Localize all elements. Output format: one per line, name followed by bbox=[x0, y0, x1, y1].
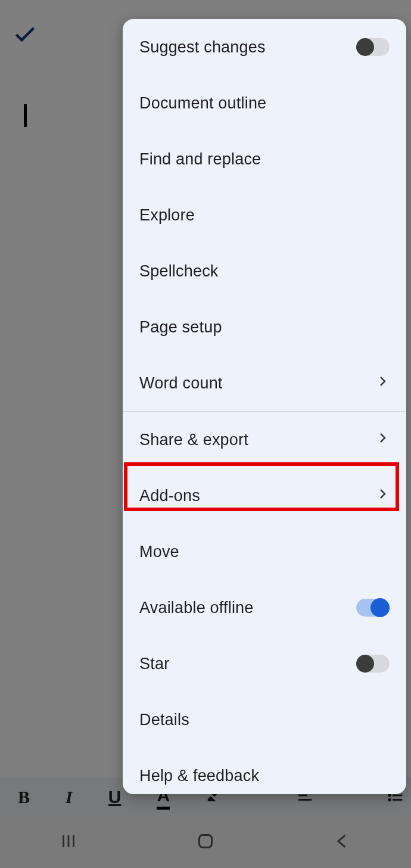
menu-item-available-offline[interactable]: Available offline bbox=[123, 580, 406, 636]
menu-item-label: Add-ons bbox=[139, 487, 200, 505]
menu-item-label: Find and replace bbox=[139, 150, 261, 169]
menu-item-document-outline[interactable]: Document outline bbox=[123, 75, 406, 131]
menu-item-suggest-changes[interactable]: Suggest changes bbox=[123, 19, 406, 75]
menu-item-page-setup[interactable]: Page setup bbox=[123, 299, 406, 355]
menu-item-label: Suggest changes bbox=[139, 38, 266, 57]
menu-item-label: Available offline bbox=[139, 599, 254, 617]
menu-item-label: Page setup bbox=[139, 318, 222, 337]
toggle-available-offline[interactable] bbox=[356, 599, 390, 617]
menu-item-label: Spellcheck bbox=[139, 262, 219, 281]
menu-item-label: Star bbox=[139, 655, 169, 673]
menu-item-star[interactable]: Star bbox=[123, 636, 406, 692]
menu-item-details[interactable]: Details bbox=[123, 692, 406, 748]
menu-item-label: Move bbox=[139, 543, 179, 561]
menu-item-label: Explore bbox=[139, 206, 195, 225]
menu-item-label: Document outline bbox=[139, 94, 266, 113]
chevron-right-icon bbox=[375, 487, 390, 505]
menu-item-label: Word count bbox=[139, 374, 223, 393]
toggle-star[interactable] bbox=[356, 655, 390, 673]
chevron-right-icon bbox=[375, 431, 390, 449]
menu-item-label: Share & export bbox=[139, 431, 248, 449]
menu-item-explore[interactable]: Explore bbox=[123, 187, 406, 243]
menu-item-find-and-replace[interactable]: Find and replace bbox=[123, 131, 406, 187]
menu-item-word-count[interactable]: Word count bbox=[123, 355, 406, 411]
menu-item-help-feedback[interactable]: Help & feedback bbox=[123, 748, 406, 794]
menu-item-label: Details bbox=[139, 711, 189, 729]
overflow-menu: Suggest changes Document outline Find an… bbox=[123, 19, 406, 794]
chevron-right-icon bbox=[375, 374, 390, 393]
toggle-suggest-changes[interactable] bbox=[356, 38, 390, 56]
menu-item-spellcheck[interactable]: Spellcheck bbox=[123, 243, 406, 299]
menu-item-add-ons[interactable]: Add-ons bbox=[123, 468, 406, 524]
menu-item-share-export[interactable]: Share & export bbox=[123, 412, 406, 468]
menu-item-label: Help & feedback bbox=[139, 767, 259, 785]
menu-item-move[interactable]: Move bbox=[123, 524, 406, 580]
